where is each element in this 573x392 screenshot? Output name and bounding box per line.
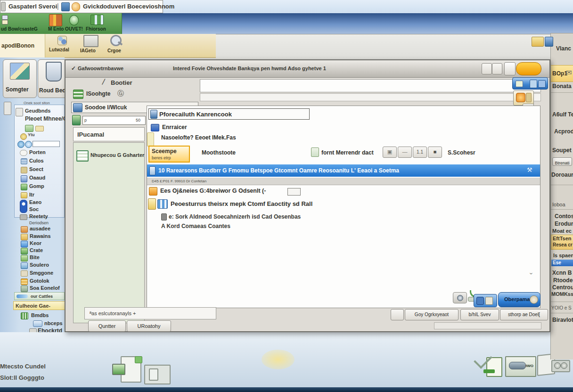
tray-iwo-button[interactable]: IWO — [505, 356, 536, 377]
bhil-button[interactable]: b/hIL Svev — [460, 309, 499, 320]
content-row1[interactable]: Enrraicer — [162, 124, 187, 131]
table-icon[interactable] — [90, 15, 104, 25]
grid-app-icon[interactable] — [61, 2, 70, 11]
sidebar-item[interactable]: Smggone — [30, 270, 53, 276]
goy-button[interactable]: Goy Ogrkxyeaot — [405, 309, 458, 320]
folder-yellow-icon[interactable] — [532, 37, 544, 47]
rp-link[interactable]: Erodur — [555, 220, 573, 227]
left-panel-item[interactable]: Nhupecou G Gsharter — [76, 150, 142, 162]
footer-note-box: ªas eslcutoranayls + — [84, 307, 216, 319]
footer-empty-box[interactable] — [391, 309, 404, 320]
style-chip-selected[interactable]: Sceempe beres etrp — [148, 146, 190, 163]
format-button-2[interactable]: — — [398, 147, 412, 158]
dialog-titlebar[interactable]: ✓ Gafwoowtrnbavwe Intered Fovie Ohveshda… — [65, 60, 549, 78]
sidebar-item[interactable]: Gotolok — [30, 278, 49, 284]
rp-link[interactable]: Biravlot — [552, 317, 573, 323]
tab-bootier[interactable]: Bootier — [111, 79, 132, 86]
rp-item[interactable]: Bonata 7 — [552, 83, 573, 90]
titlebar-button-2[interactable] — [492, 63, 502, 74]
titlebar-button-3[interactable] — [504, 62, 516, 75]
sidebar-item[interactable]: Soc — [29, 206, 39, 212]
sidebar-row-selected-yellow[interactable]: Kulheoie Gae- — [13, 301, 66, 310]
content-row4[interactable]: Peoesturrus theisrx mepk Ctomf Eaoctity … — [171, 200, 312, 207]
monitor-blue-icon[interactable] — [545, 37, 553, 47]
rp-link[interactable]: Rtoode — [553, 277, 573, 284]
content-row2[interactable]: Nasoelofte? Eeoet IMek.Fas — [161, 134, 236, 141]
sidebar-search-input[interactable] — [33, 141, 60, 147]
rp-button[interactable]: Btrenati — [552, 157, 572, 166]
sidebar-item[interactable]: Rawains — [30, 233, 51, 239]
sidebar-item[interactable]: Gomp — [29, 183, 44, 189]
sidebar-item[interactable]: nbceps — [44, 320, 63, 326]
tool-button-paste[interactable]: Lutwzdal — [47, 35, 75, 57]
view-switch-button[interactable] — [512, 77, 548, 90]
chat-icon[interactable] — [17, 141, 25, 148]
sthorp-button[interactable]: sthorp ae Doel[ — [500, 309, 548, 320]
content-row5[interactable]: e: Sork Aldneod Soecahnizerh isd Cad Oes… — [169, 213, 301, 220]
rp-link[interactable]: Acprodt — [554, 128, 573, 135]
g-badge-icon[interactable]: Ⓖ — [117, 90, 124, 98]
desktop-doc-icon[interactable] — [112, 356, 142, 384]
ok-button[interactable]: Oberpama — [498, 292, 540, 307]
sidebar-item[interactable]: Itr — [29, 192, 34, 197]
rp-link[interactable]: Contos — [555, 213, 573, 220]
spin-box[interactable] — [287, 188, 301, 196]
sidebar-item[interactable]: Culos — [29, 158, 44, 163]
titlebar-button-1[interactable] — [482, 63, 492, 74]
desktop-folder-icon[interactable] — [144, 363, 172, 384]
rp-link[interactable]: Xcnn B — [552, 270, 572, 276]
item-icon — [21, 255, 28, 261]
sidebar-row-selected-green[interactable]: our Cattles — [14, 292, 65, 300]
chevron-down-icon[interactable]: ˇ — [530, 272, 532, 282]
row-isoohgte[interactable]: ISoohgte Ⓖ — [72, 89, 143, 101]
rp-link[interactable]: Is spaen — [553, 253, 573, 258]
rp-highlight[interactable]: EftTsen Resea cr — [551, 235, 573, 250]
quntter-button[interactable]: Quntter — [88, 320, 126, 332]
rp-blue-row[interactable]: Ese — [551, 260, 573, 266]
sidebar-item[interactable]: Soect — [29, 166, 43, 172]
format-button-3[interactable]: 1.1 — [413, 147, 427, 158]
value-input[interactable]: p 50 — [82, 116, 146, 125]
rp-link[interactable]: Moat ec — [552, 228, 572, 234]
format-button-4[interactable]: ■ — [428, 147, 442, 158]
sidebar-item[interactable]: Bmdbs — [31, 312, 49, 318]
sidebar-item[interactable]: Oaaud — [29, 175, 45, 180]
somgter-button[interactable]: Somgter — [3, 59, 37, 98]
sidebar-item[interactable]: Soulero — [30, 262, 49, 268]
tool-button-search[interactable]: Crgoe — [104, 35, 128, 57]
rp-link[interactable]: Soupet OP — [552, 147, 573, 154]
media-icon[interactable] — [49, 14, 62, 26]
book-icon[interactable] — [25, 125, 33, 132]
rp-link[interactable]: Centrou — [552, 284, 573, 291]
sidebar-item[interactable]: Crate — [30, 247, 43, 253]
tool-button-window[interactable]: IAGeto — [76, 35, 103, 57]
avatar-icon[interactable] — [69, 15, 79, 25]
tray-check-icon[interactable] — [475, 354, 502, 379]
sidebar-item[interactable]: ausadee — [30, 226, 50, 231]
format-button-1[interactable]: ▣ — [383, 147, 397, 158]
rp-sep-label: YOIO e S — [551, 305, 572, 310]
document-app-icon[interactable] — [72, 2, 80, 11]
segment-blue-button[interactable] — [474, 294, 497, 307]
rp-link[interactable]: Doroaurd — [551, 172, 573, 178]
chip-right-label[interactable]: Moothstoote — [202, 149, 236, 156]
tool-label: IAGeto — [80, 48, 96, 53]
sidebar-item[interactable]: Soa Eonelof — [30, 285, 60, 291]
card-icon[interactable] — [35, 126, 44, 131]
sidebar-item[interactable]: Porten — [29, 149, 46, 155]
rp-link[interactable]: A6ulf Te — [552, 111, 573, 118]
sidebar-item[interactable]: Deriodsen — [29, 220, 49, 225]
camera-icon[interactable] — [453, 292, 467, 303]
sidebar-item[interactable]: Bite — [30, 254, 40, 260]
uroatohy-button[interactable]: URoatohy — [127, 320, 171, 332]
sidebar-item[interactable]: Reetety — [29, 213, 48, 219]
rp-link[interactable]: MOMKss — [551, 291, 573, 297]
sidebar-item[interactable]: Keor — [30, 240, 41, 246]
content-row6[interactable]: A Kord Comaeas Coantes — [161, 223, 230, 229]
rp-yellow-row[interactable]: BOp1 ✉ — [551, 65, 573, 82]
sidebar-item[interactable]: Eaeo — [29, 199, 41, 205]
globe-icon[interactable] — [25, 141, 32, 148]
selected-row[interactable]: 10 Rarearsons Bucdbrr G Fmomu Betspoe Gt… — [147, 164, 540, 177]
close-lock-button[interactable] — [516, 62, 541, 75]
content-row3[interactable]: Ees Oj&neies G:4breiwor G Odsenlt (- — [160, 188, 266, 194]
